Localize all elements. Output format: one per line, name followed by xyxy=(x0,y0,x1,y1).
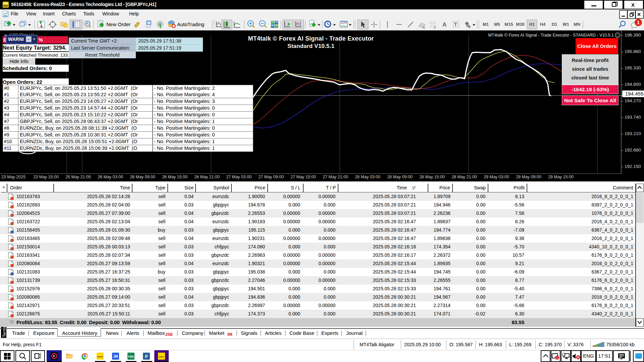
svg-text:T: T xyxy=(454,22,457,27)
svg-text:exness: exness xyxy=(97,356,103,358)
svg-text:X: X xyxy=(631,2,635,8)
svg-text:E: E xyxy=(423,26,425,29)
svg-text:M30: M30 xyxy=(516,22,524,27)
svg-text:!: ! xyxy=(557,356,558,360)
svg-text:W1: W1 xyxy=(562,22,569,27)
svg-text:D1: D1 xyxy=(552,22,557,27)
svg-text:New Order: New Order xyxy=(106,21,131,27)
svg-text:H4: H4 xyxy=(540,22,546,27)
svg-text:H1: H1 xyxy=(529,22,535,27)
svg-text:M5: M5 xyxy=(494,22,500,27)
svg-text:MN: MN xyxy=(574,22,580,27)
svg-text:1: 1 xyxy=(637,20,640,25)
svg-text:M15: M15 xyxy=(504,22,513,27)
svg-text:P: P xyxy=(145,354,148,359)
svg-text:F: F xyxy=(434,26,436,29)
svg-text:M1: M1 xyxy=(483,22,489,27)
svg-text:exness: exness xyxy=(159,356,164,358)
svg-text:JM: JM xyxy=(113,355,118,358)
svg-text:A: A xyxy=(442,21,446,28)
svg-text:AutoTrading: AutoTrading xyxy=(177,21,204,27)
svg-text:FBS: FBS xyxy=(128,355,134,358)
